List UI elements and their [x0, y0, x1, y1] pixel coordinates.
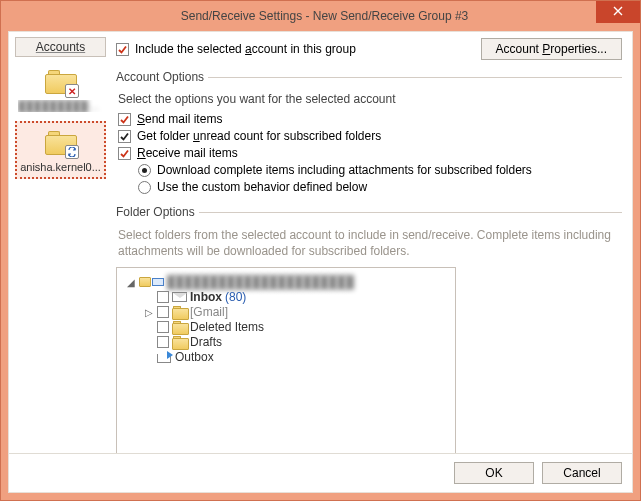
account-properties-button[interactable]: Account Properties... — [481, 38, 622, 60]
account-item-0[interactable]: ✕ ████████████ — [15, 61, 106, 117]
folder-checkbox[interactable] — [157, 306, 169, 318]
unread-count-label: Get folder unread count for subscribed f… — [137, 129, 381, 143]
sync-badge-icon — [65, 145, 79, 159]
checkbox-icon — [118, 113, 131, 126]
checkbox-icon — [116, 43, 129, 56]
folder-options-desc: Select folders from the selected account… — [118, 227, 622, 259]
radio-custom-behavior[interactable]: Use the custom behavior defined below — [138, 180, 622, 194]
accounts-panel: Accounts ✕ ████████████ anis — [9, 32, 112, 453]
close-button[interactable] — [596, 1, 640, 23]
include-account-label: Include the selected account in this gro… — [135, 42, 356, 56]
mailbox-icon — [139, 277, 164, 287]
account-options-desc: Select the options you want for the sele… — [118, 92, 622, 106]
download-mode-radios: Download complete items including attach… — [138, 163, 622, 194]
envelope-icon — [172, 292, 187, 302]
radio-icon — [138, 164, 151, 177]
radio-custom-label: Use the custom behavior defined below — [157, 180, 367, 194]
account-folder-icon: ✕ — [45, 70, 77, 96]
folder-label: Deleted Items — [190, 320, 264, 334]
tree-root-label: ██████████████████████ — [167, 275, 354, 289]
account-item-1[interactable]: anisha.kernel0... — [15, 121, 106, 179]
send-mail-checkbox[interactable]: Send mail items — [118, 112, 622, 126]
folder-options-group: Folder Options Select folders from the s… — [116, 205, 622, 453]
tree-item-gmail[interactable]: ▷ [Gmail] — [143, 305, 447, 319]
folder-count: (80) — [225, 290, 246, 304]
settings-panel: Include the selected account in this gro… — [112, 32, 632, 453]
folder-label: [Gmail] — [190, 305, 228, 319]
disabled-badge-icon: ✕ — [65, 84, 79, 98]
folder-icon — [172, 321, 187, 333]
main-area: Accounts ✕ ████████████ anis — [9, 32, 632, 453]
folder-tree[interactable]: ◢ ██████████████████████ — [116, 267, 456, 453]
folder-checkbox[interactable] — [157, 291, 169, 303]
tree-item-outbox[interactable]: Outbox — [143, 350, 447, 364]
dialog-window: Send/Receive Settings - New Send/Receive… — [0, 0, 641, 501]
account-label: ████████████ — [18, 100, 103, 112]
receive-mail-label: Receive mail items — [137, 146, 238, 160]
tree-root[interactable]: ◢ ██████████████████████ — [125, 275, 447, 289]
tree-item-drafts[interactable]: Drafts — [143, 335, 447, 349]
cancel-button[interactable]: Cancel — [542, 462, 622, 484]
checkbox-icon — [118, 147, 131, 160]
outbox-icon — [157, 351, 172, 363]
radio-icon — [138, 181, 151, 194]
folder-icon — [172, 306, 187, 318]
send-mail-label: Send mail items — [137, 112, 222, 126]
folder-label: Inbox — [190, 290, 222, 304]
dialog-body: Accounts ✕ ████████████ anis — [8, 31, 633, 493]
top-row: Include the selected account in this gro… — [116, 38, 622, 60]
account-label: anisha.kernel0... — [19, 161, 102, 173]
accounts-header: Accounts — [15, 37, 106, 57]
radio-download-complete[interactable]: Download complete items including attach… — [138, 163, 622, 177]
expand-icon[interactable]: ▷ — [143, 307, 154, 318]
folder-options-legend: Folder Options — [116, 205, 199, 219]
close-icon — [613, 5, 623, 19]
include-account-checkbox[interactable]: Include the selected account in this gro… — [116, 42, 356, 56]
folder-label: Outbox — [175, 350, 214, 364]
titlebar: Send/Receive Settings - New Send/Receive… — [1, 1, 640, 31]
unread-count-checkbox[interactable]: Get folder unread count for subscribed f… — [118, 129, 622, 143]
account-options-legend: Account Options — [116, 70, 208, 84]
checkbox-icon — [118, 130, 131, 143]
dialog-footer: OK Cancel — [9, 453, 632, 492]
window-title: Send/Receive Settings - New Send/Receive… — [9, 9, 640, 23]
account-options-group: Account Options Select the options you w… — [116, 70, 622, 197]
folder-checkbox[interactable] — [157, 321, 169, 333]
account-folder-icon — [45, 131, 77, 157]
tree-item-deleted[interactable]: Deleted Items — [143, 320, 447, 334]
folder-icon — [172, 336, 187, 348]
folder-label: Drafts — [190, 335, 222, 349]
ok-button[interactable]: OK — [454, 462, 534, 484]
folder-checkbox[interactable] — [157, 336, 169, 348]
tree-item-inbox[interactable]: Inbox (80) — [143, 290, 447, 304]
receive-mail-checkbox[interactable]: Receive mail items — [118, 146, 622, 160]
collapse-icon[interactable]: ◢ — [125, 277, 136, 288]
radio-download-label: Download complete items including attach… — [157, 163, 532, 177]
